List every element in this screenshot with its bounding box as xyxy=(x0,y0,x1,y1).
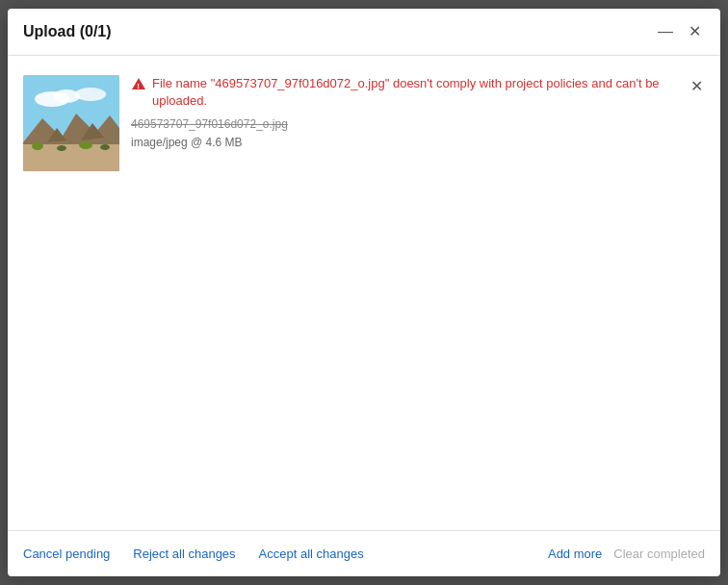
file-thumbnail xyxy=(23,75,119,171)
reject-all-button[interactable]: Reject all changes xyxy=(133,543,235,565)
dialog-header: Upload (0/1) — ✕ xyxy=(8,9,720,56)
file-name-strikethrough: 469573707_97f016d072_o.jpg xyxy=(131,117,705,131)
dialog-title: Upload (0/1) xyxy=(23,23,112,40)
warning-icon: ! xyxy=(131,76,146,95)
file-remove-button[interactable]: ✕ xyxy=(689,75,705,97)
header-actions: — ✕ xyxy=(654,20,705,43)
clear-completed-button: Clear completed xyxy=(613,543,705,565)
file-item: ! File name "469573707_97f016d072_o.jpg"… xyxy=(23,67,705,179)
footer-left: Cancel pending Reject all changes Accept… xyxy=(23,543,364,565)
svg-point-9 xyxy=(100,144,110,150)
error-message: File name "469573707_97f016d072_o.jpg" d… xyxy=(152,75,705,110)
accept-all-button[interactable]: Accept all changes xyxy=(259,543,364,565)
dialog-footer: Cancel pending Reject all changes Accept… xyxy=(8,530,720,576)
svg-text:!: ! xyxy=(137,82,140,90)
svg-point-6 xyxy=(32,142,43,150)
cancel-pending-button[interactable]: Cancel pending xyxy=(23,543,110,565)
file-info: ! File name "469573707_97f016d072_o.jpg"… xyxy=(131,75,705,150)
error-row: ! File name "469573707_97f016d072_o.jpg"… xyxy=(131,75,705,110)
minimize-button[interactable]: — xyxy=(654,20,677,43)
svg-point-3 xyxy=(75,88,106,101)
upload-dialog: Upload (0/1) — ✕ xyxy=(8,9,720,576)
file-meta: image/jpeg @ 4.6 MB xyxy=(131,136,243,149)
footer-right: Add more Clear completed xyxy=(548,543,705,565)
add-more-button[interactable]: Add more xyxy=(548,543,602,565)
svg-point-8 xyxy=(79,141,92,149)
close-button[interactable]: ✕ xyxy=(685,20,705,43)
svg-point-7 xyxy=(57,145,66,151)
dialog-body: ! File name "469573707_97f016d072_o.jpg"… xyxy=(8,56,720,530)
